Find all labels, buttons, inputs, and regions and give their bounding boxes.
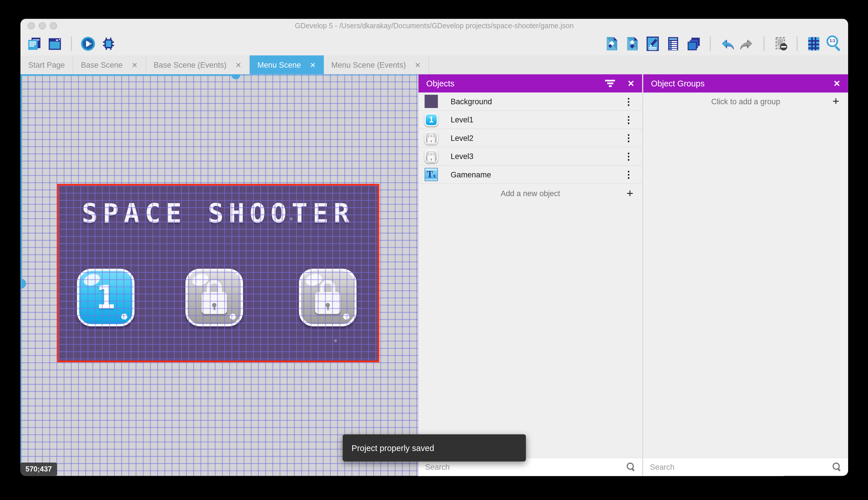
add-group-label: Click to add a group xyxy=(711,97,780,106)
undo-icon xyxy=(719,36,735,52)
object-row-gamename[interactable]: Tx Gamename ⋮ xyxy=(419,166,642,184)
scene-title-text: SPACE SHOOTER xyxy=(59,198,378,229)
scene-window-border-left xyxy=(21,74,22,284)
content-row: SPACE SHOOTER 1 xyxy=(21,74,848,476)
toolbar-separator xyxy=(763,37,765,51)
close-tab-icon[interactable]: ✕ xyxy=(131,61,138,69)
objects-panel-header: Objects ✕ xyxy=(419,74,642,92)
lock-icon xyxy=(201,280,227,314)
text-object-thumbnail: Tx xyxy=(424,168,438,181)
object-label: Level2 xyxy=(451,134,473,143)
properties-icon xyxy=(645,36,660,52)
magnifier-handle xyxy=(835,46,840,51)
mask-render-button[interactable] xyxy=(772,35,789,52)
object-row-level3[interactable]: Level3 ⋮ xyxy=(419,147,642,166)
tab-label: Menu Scene xyxy=(257,60,301,69)
groups-search-bar xyxy=(643,458,848,476)
level1-button[interactable]: 1 xyxy=(77,269,134,326)
tab-menu-scene-events[interactable]: Menu Scene (Events) ✕ xyxy=(324,55,429,74)
close-object-groups-panel-icon[interactable]: ✕ xyxy=(833,78,840,88)
screen: GDevelop 5 - /Users/dkarakay/Documents/G… xyxy=(0,0,868,500)
toast-message: Project properly saved xyxy=(351,443,434,453)
minimize-window-button[interactable] xyxy=(39,22,46,29)
mask-render-icon xyxy=(773,36,788,52)
add-object-plus-icon[interactable]: + xyxy=(626,186,633,200)
zoom-original-button[interactable]: 1:1 xyxy=(826,35,843,52)
debug-button[interactable] xyxy=(100,35,117,52)
objects-editor-button[interactable] xyxy=(603,35,620,52)
tab-base-scene[interactable]: Base Scene ✕ xyxy=(73,55,146,74)
scene-window-left-handle[interactable] xyxy=(21,279,26,289)
instances-list-button[interactable] xyxy=(665,35,681,52)
tab-label: Base Scene xyxy=(81,60,122,69)
object-menu-icon[interactable]: ⋮ xyxy=(624,115,633,124)
level2-locked-button[interactable] xyxy=(185,269,243,326)
lock-icon xyxy=(315,280,340,314)
redo-icon xyxy=(740,36,755,52)
object-groups-button[interactable] xyxy=(624,35,641,52)
scene-window-button[interactable] xyxy=(47,35,63,52)
close-tab-icon[interactable]: ✕ xyxy=(415,61,421,69)
grid-button[interactable] xyxy=(806,35,822,52)
objects-panel: Objects ✕ Background ⋮ 1 Level1 xyxy=(418,74,642,476)
objects-editor-icon xyxy=(604,36,620,52)
button-dot xyxy=(230,314,236,320)
tabbar: Start Page Base Scene ✕ Base Scene (Even… xyxy=(21,55,848,74)
button-dot xyxy=(121,314,127,320)
maximize-window-button[interactable] xyxy=(50,22,57,29)
objects-search-input[interactable] xyxy=(425,463,626,471)
button-dot xyxy=(343,314,349,320)
close-tab-icon[interactable]: ✕ xyxy=(310,61,316,69)
close-tab-icon[interactable]: ✕ xyxy=(235,61,242,69)
background-object-selected[interactable]: SPACE SHOOTER 1 xyxy=(57,184,379,362)
object-label: Background xyxy=(451,97,492,106)
object-menu-icon[interactable]: ⋮ xyxy=(624,170,633,180)
add-group-row[interactable]: Click to add a group + xyxy=(643,92,848,110)
add-object-row[interactable]: Add a new object + xyxy=(419,184,642,202)
search-icon xyxy=(833,463,842,471)
object-menu-icon[interactable]: ⋮ xyxy=(624,133,633,143)
object-menu-icon[interactable]: ⋮ xyxy=(624,151,633,161)
object-menu-icon[interactable]: ⋮ xyxy=(624,97,633,106)
groups-search-input[interactable] xyxy=(650,463,833,471)
search-icon xyxy=(626,463,635,471)
add-object-label: Add a new object xyxy=(501,189,560,197)
toolbar-separator xyxy=(710,37,711,51)
tab-menu-scene[interactable]: Menu Scene ✕ xyxy=(249,55,324,74)
undo-button[interactable] xyxy=(719,35,735,52)
object-groups-icon xyxy=(624,36,640,52)
filter-icon xyxy=(605,79,615,88)
object-label: Gamename xyxy=(451,170,491,179)
object-row-background[interactable]: Background ⋮ xyxy=(419,92,642,111)
tab-start-page[interactable]: Start Page xyxy=(21,55,73,74)
object-row-level1[interactable]: 1 Level1 ⋮ xyxy=(419,111,642,129)
save-toast: Project properly saved xyxy=(343,434,526,462)
level3-locked-button[interactable] xyxy=(299,269,356,326)
properties-button[interactable] xyxy=(644,35,661,52)
scene-window-border-top-faint xyxy=(236,74,418,76)
redo-button[interactable] xyxy=(739,35,756,52)
cursor-coordinates: 570;437 xyxy=(21,463,57,476)
scene-window-border-left-faint xyxy=(21,284,22,476)
scene-window-icon xyxy=(47,36,62,52)
play-preview-button[interactable] xyxy=(80,35,96,52)
layers-button[interactable] xyxy=(685,35,702,52)
scene-editor-canvas[interactable]: SPACE SHOOTER 1 xyxy=(21,74,418,476)
project-manager-button[interactable] xyxy=(26,35,43,52)
toolbar-right-group: 1:1 xyxy=(603,35,843,52)
background-thumbnail xyxy=(424,95,438,108)
filter-button[interactable] xyxy=(605,79,615,88)
toolbar: 1:1 xyxy=(21,32,848,56)
object-row-level2[interactable]: Level2 ⋮ xyxy=(419,129,642,147)
close-objects-panel-icon[interactable]: ✕ xyxy=(627,78,634,88)
gdevelop-window: GDevelop 5 - /Users/dkarakay/Documents/G… xyxy=(21,19,848,476)
tab-label: Base Scene (Events) xyxy=(154,60,226,69)
scene-window-top-handle[interactable] xyxy=(231,74,240,79)
close-window-button[interactable] xyxy=(28,22,35,29)
tab-base-scene-events[interactable]: Base Scene (Events) ✕ xyxy=(146,55,250,74)
add-group-plus-icon[interactable]: + xyxy=(832,94,839,108)
object-groups-panel: Object Groups ✕ Click to add a group + xyxy=(642,74,848,476)
level3-locked-thumbnail xyxy=(424,149,438,163)
object-label: Level1 xyxy=(451,115,473,124)
objects-panel-title: Objects xyxy=(426,79,455,88)
